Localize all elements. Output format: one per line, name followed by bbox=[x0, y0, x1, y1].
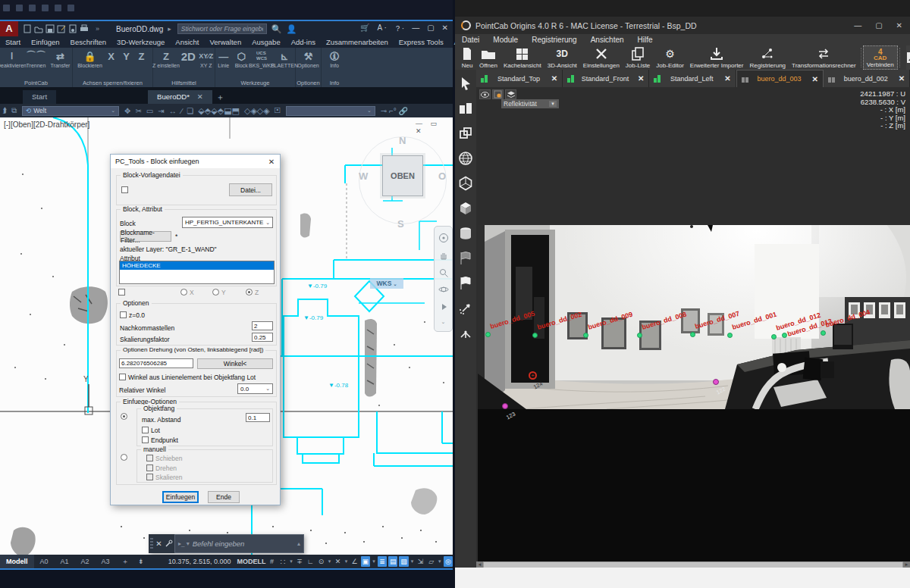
tab-standard-front[interactable]: Standard_Front✕ bbox=[563, 70, 649, 87]
axis-x-button[interactable]: X bbox=[105, 49, 118, 63]
scan-point[interactable] bbox=[771, 334, 777, 339]
cart-icon[interactable]: 🛒 bbox=[360, 23, 369, 34]
einfuegen-button[interactable]: Einfuegen bbox=[162, 491, 199, 503]
print-icon[interactable] bbox=[80, 24, 89, 33]
registration-point[interactable] bbox=[713, 379, 719, 385]
info-button[interactable]: 🛈Info bbox=[323, 49, 346, 69]
flag-dark-icon[interactable] bbox=[458, 251, 473, 266]
taskbar-icon[interactable] bbox=[29, 5, 36, 11]
neu-button[interactable]: Neu bbox=[458, 45, 476, 70]
tab-standard-top[interactable]: Standard_Top✕ bbox=[476, 70, 563, 87]
close-tab-icon[interactable]: ✕ bbox=[724, 74, 730, 83]
kachelansicht-button[interactable]: Kachelansicht bbox=[500, 45, 544, 70]
scan-point[interactable] bbox=[583, 333, 588, 338]
menu-module[interactable]: Module bbox=[486, 36, 525, 44]
layers-button[interactable] bbox=[505, 89, 516, 99]
scan-point[interactable] bbox=[532, 333, 538, 338]
navigation-bar[interactable]: ⌄ bbox=[434, 226, 453, 332]
maximize-button[interactable]: ▢ bbox=[427, 23, 434, 34]
z-zero-checkbox[interactable] bbox=[120, 311, 127, 318]
new-layout-icon[interactable]: ＋ bbox=[116, 557, 135, 567]
ribbon-tab-3d-werkzeuge[interactable]: 3D-Werkzeuge bbox=[111, 38, 170, 46]
nav-wheel-icon[interactable] bbox=[438, 233, 449, 243]
search-icon[interactable]: 🔍 bbox=[271, 24, 282, 34]
registrierung-button[interactable]: Registrierung bbox=[746, 45, 789, 70]
ribbon-tab-ansicht[interactable]: Ansicht bbox=[170, 38, 204, 46]
otrack-icon[interactable]: ✕ bbox=[333, 556, 342, 567]
autodesk-a-icon[interactable]: A · bbox=[378, 23, 387, 34]
xyz-button[interactable]: XY∕ZXY Z bbox=[198, 49, 215, 69]
polar-icon[interactable]: ∟ bbox=[306, 556, 315, 567]
close-tab-icon[interactable]: ✕ bbox=[638, 74, 644, 83]
layout-tab-a3[interactable]: A3 bbox=[96, 558, 116, 565]
autocad-logo-icon[interactable]: A bbox=[0, 21, 18, 36]
datei-button[interactable]: Datei... bbox=[229, 183, 272, 196]
objektfang-radio[interactable] bbox=[121, 413, 127, 420]
viewport-label[interactable]: [-][Oben][2D-Drahtkörper] bbox=[4, 120, 89, 129]
ucs-name-chip[interactable]: WKS⌄ bbox=[370, 278, 403, 289]
grid-icon[interactable]: # bbox=[267, 556, 276, 567]
scan-point[interactable] bbox=[690, 332, 695, 337]
panorama-view-button[interactable] bbox=[906, 45, 910, 70]
zoom-extents-icon[interactable]: ⮭ bbox=[2, 106, 7, 115]
orbit-icon[interactable] bbox=[438, 284, 449, 295]
dialog-close-icon[interactable]: ✕ bbox=[263, 158, 280, 166]
panorama-sphere-icon[interactable] bbox=[458, 176, 473, 191]
einstellungen-button[interactable]: Einstellungen bbox=[580, 45, 623, 70]
maximize-button[interactable]: ▢ bbox=[875, 21, 882, 30]
compass-south[interactable]: S bbox=[397, 218, 404, 230]
2d-button[interactable]: 2D bbox=[180, 49, 196, 63]
named-view-icon[interactable]: ⧉ bbox=[11, 106, 17, 115]
minimize-button[interactable]: — bbox=[412, 23, 419, 34]
radio-x[interactable] bbox=[180, 289, 187, 296]
isometric-icons[interactable]: ◇◈◇◈ bbox=[244, 106, 270, 116]
account-icon[interactable]: 👤 bbox=[287, 24, 297, 34]
radio-y[interactable] bbox=[212, 289, 219, 296]
help-search-input[interactable] bbox=[177, 23, 267, 34]
scale-factor-input[interactable] bbox=[252, 333, 273, 342]
close-tab-icon[interactable]: ✕ bbox=[197, 92, 203, 101]
dynamic-ucs-icon[interactable]: ▱ bbox=[427, 556, 436, 567]
taskbar-icon[interactable] bbox=[16, 5, 23, 11]
block-button[interactable]: ⬡Block bbox=[234, 49, 250, 69]
registration-point[interactable] bbox=[502, 403, 508, 409]
taskbar-icon[interactable] bbox=[3, 5, 10, 11]
expand-caret-icon[interactable]: ▴ bbox=[297, 540, 303, 547]
layout-tab-a1[interactable]: A1 bbox=[55, 558, 75, 565]
ucs-icon-toggle[interactable]: ✥ bbox=[124, 107, 130, 115]
verbinden-button[interactable]: 4CADVerbinden bbox=[863, 45, 898, 70]
decimals-input[interactable] bbox=[252, 321, 273, 330]
blockieren-button[interactable]: 🔒Blockieren bbox=[77, 49, 103, 69]
help-icon[interactable]: ？· bbox=[394, 23, 404, 34]
open-folder-icon[interactable] bbox=[34, 24, 43, 33]
view-selector-dropdown[interactable]: ⟲Welt⌄ bbox=[22, 106, 119, 116]
showmotion-icon[interactable] bbox=[438, 302, 449, 312]
display-mode-dropdown[interactable]: Reflektivität▾ bbox=[501, 99, 559, 108]
align-icon[interactable]: ⇥ bbox=[158, 107, 164, 115]
transparency-icon[interactable]: ▤ bbox=[388, 556, 397, 567]
zoom-icon[interactable] bbox=[438, 267, 449, 278]
axis-checkbox[interactable] bbox=[118, 289, 125, 296]
lineweight-icon[interactable]: ≣ bbox=[378, 556, 387, 567]
menu-hilfe[interactable]: Hilfe bbox=[631, 36, 660, 44]
visual-style-dropdown[interactable]: ⌄ bbox=[286, 106, 375, 116]
annotation-icon[interactable]: ◎ bbox=[444, 556, 453, 567]
tripod-icon[interactable] bbox=[458, 326, 473, 341]
axis-y-button[interactable]: Y bbox=[120, 49, 133, 63]
layout-tab-a0[interactable]: A0 bbox=[34, 558, 55, 565]
overlap-squares-icon[interactable] bbox=[458, 126, 473, 141]
compass-east[interactable]: O bbox=[438, 170, 446, 182]
file-tab-start[interactable]: Start bbox=[23, 90, 56, 104]
relative-angle-dropdown[interactable]: 0.0⌄ bbox=[237, 383, 273, 394]
menu-ansichten[interactable]: Ansichten bbox=[584, 36, 631, 44]
schieben-checkbox[interactable] bbox=[146, 455, 153, 461]
job-editor-button[interactable]: ⚙Job-Editor bbox=[653, 45, 686, 70]
blockname-filter-button[interactable]: Blockname-Filter... bbox=[120, 231, 171, 242]
ribbon-tab-express-tools[interactable]: Express Tools bbox=[394, 38, 449, 46]
scan-point[interactable] bbox=[727, 333, 733, 338]
z-einstellen-button[interactable]: ZZ einstellen bbox=[153, 49, 179, 69]
scan-point[interactable] bbox=[782, 333, 787, 338]
block-combobox[interactable]: HP_FERTIG_UNTERKANTE⌄ bbox=[182, 217, 273, 228]
view-cube-top[interactable]: OBEN bbox=[382, 155, 423, 196]
taskbar-icon[interactable] bbox=[67, 5, 74, 11]
